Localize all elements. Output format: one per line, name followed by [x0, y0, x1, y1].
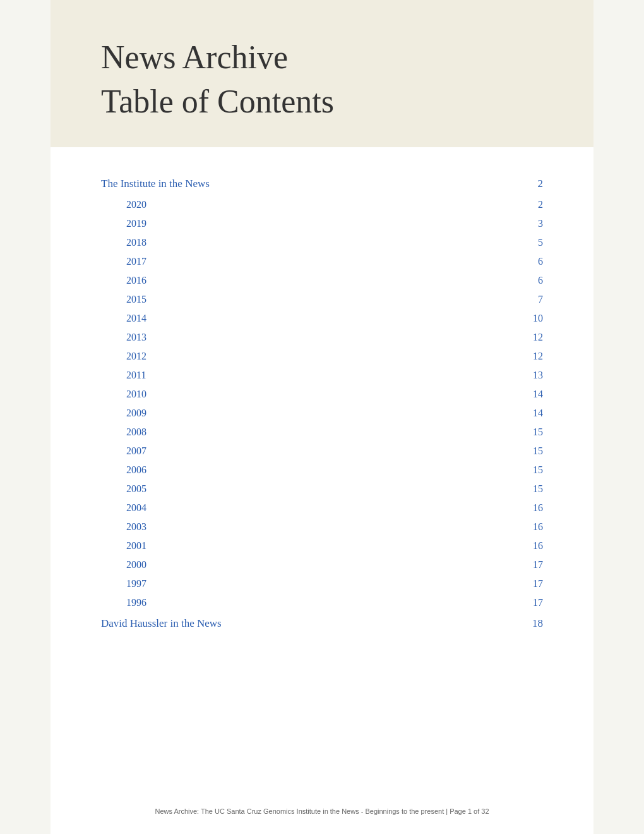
toc-dots [152, 245, 533, 246]
toc-link-2000[interactable]: 2000 [126, 559, 146, 571]
header-section: News Archive Table of Contents [51, 0, 593, 147]
toc-sub-item-1997[interactable]: 1997 17 [101, 574, 543, 593]
toc-page-2000: 17 [533, 559, 543, 571]
toc-sub-item-2005[interactable]: 2005 15 [101, 480, 543, 499]
toc-link-2020[interactable]: 2020 [126, 199, 146, 210]
toc-link-1997[interactable]: 1997 [126, 578, 146, 589]
footer-text: News Archive: The UC Santa Cruz Genomics… [51, 807, 593, 815]
toc-page-2014: 10 [533, 313, 543, 324]
toc-link-1996[interactable]: 1996 [126, 597, 146, 608]
toc-link-2011[interactable]: 2011 [126, 370, 146, 381]
page-container: News Archive Table of Contents The Insti… [51, 0, 593, 834]
toc-dots [152, 397, 528, 397]
toc-page-2015: 7 [538, 294, 543, 305]
toc-dots [152, 511, 528, 511]
toc-link-2016[interactable]: 2016 [126, 275, 146, 286]
toc-page-2013: 12 [533, 332, 543, 343]
toc-link-2019[interactable]: 2019 [126, 218, 146, 229]
toc-sub-item-2012[interactable]: 2012 12 [101, 347, 543, 366]
toc-dots [152, 321, 528, 322]
toc-dots [227, 626, 527, 627]
toc-sub-item-2006[interactable]: 2006 15 [101, 461, 543, 480]
toc-page-2004: 16 [533, 502, 543, 514]
toc-link-2007[interactable]: 2007 [126, 445, 146, 457]
toc-link-2012[interactable]: 2012 [126, 351, 146, 362]
toc-page-2016: 6 [538, 275, 543, 286]
toc-sub-item-2000[interactable]: 2000 17 [101, 555, 543, 574]
toc-page-institute-in-news: 2 [538, 178, 544, 190]
toc-link-2015[interactable]: 2015 [126, 294, 146, 305]
toc-page-2017: 6 [538, 256, 543, 267]
toc-sub-item-2008[interactable]: 2008 15 [101, 423, 543, 442]
title-news-archive: News Archive [101, 38, 543, 77]
toc-sub-item-2019[interactable]: 2019 3 [101, 214, 543, 233]
toc-link-2017[interactable]: 2017 [126, 256, 146, 267]
toc-sub-item-2013[interactable]: 2013 12 [101, 328, 543, 347]
toc-dots [152, 264, 533, 265]
toc-sub-item-2011[interactable]: 2011 13 [101, 366, 543, 385]
title-table-of-contents: Table of Contents [101, 82, 543, 121]
toc-dots [152, 586, 528, 587]
toc-dots [152, 359, 528, 360]
toc-page-2006: 15 [533, 464, 543, 476]
toc-link-2004[interactable]: 2004 [126, 502, 146, 514]
toc-page-2012: 12 [533, 351, 543, 362]
toc-dots [152, 416, 528, 416]
toc-link-2008[interactable]: 2008 [126, 426, 146, 438]
toc-dots [151, 378, 528, 378]
toc-page-2018: 5 [538, 237, 543, 248]
toc-link-2006[interactable]: 2006 [126, 464, 146, 476]
toc-dots [152, 605, 528, 606]
toc-sub-item-2016[interactable]: 2016 6 [101, 271, 543, 290]
toc-main-item-david-haussler[interactable]: David Haussler in the News 18 [101, 612, 543, 635]
toc-sub-item-2018[interactable]: 2018 5 [101, 233, 543, 252]
toc-page-2008: 15 [533, 426, 543, 438]
toc-link-2014[interactable]: 2014 [126, 313, 146, 324]
toc-page-1997: 17 [533, 578, 543, 589]
toc-dots [152, 473, 528, 473]
toc-page-1996: 17 [533, 597, 543, 608]
toc-sub-item-2004[interactable]: 2004 16 [101, 499, 543, 517]
toc-sub-item-2007[interactable]: 2007 15 [101, 442, 543, 461]
toc-link-2018[interactable]: 2018 [126, 237, 146, 248]
toc-page-2010: 14 [533, 389, 543, 400]
toc-page-2011: 13 [533, 370, 543, 381]
toc-link-david-haussler[interactable]: David Haussler in the News [101, 617, 222, 630]
toc-dots [152, 548, 528, 549]
toc-sub-item-2010[interactable]: 2010 14 [101, 385, 543, 404]
toc-dots [152, 302, 533, 303]
toc-container: The Institute in the News 2 2020 2 2019 … [101, 166, 543, 635]
toc-page-2019: 3 [538, 218, 543, 229]
toc-page-david-haussler: 18 [532, 617, 543, 630]
toc-dots [152, 340, 528, 341]
toc-sub-item-2020[interactable]: 2020 2 [101, 195, 543, 214]
toc-dots [152, 283, 533, 284]
toc-sub-item-2003[interactable]: 2003 16 [101, 517, 543, 536]
toc-sub-item-2015[interactable]: 2015 7 [101, 290, 543, 309]
toc-page-2009: 14 [533, 408, 543, 419]
toc-sub-item-2014[interactable]: 2014 10 [101, 309, 543, 328]
toc-sub-item-2017[interactable]: 2017 6 [101, 252, 543, 271]
toc-dots [152, 226, 533, 227]
toc-dots [152, 207, 533, 208]
toc-dots [152, 435, 528, 435]
toc-link-2010[interactable]: 2010 [126, 389, 146, 400]
toc-page-2003: 16 [533, 521, 543, 533]
toc-link-2009[interactable]: 2009 [126, 408, 146, 419]
toc-page-2001: 16 [533, 540, 543, 552]
toc-link-2013[interactable]: 2013 [126, 332, 146, 343]
toc-link-2005[interactable]: 2005 [126, 483, 146, 495]
toc-page-2005: 15 [533, 483, 543, 495]
toc-sub-item-1996[interactable]: 1996 17 [101, 593, 543, 612]
toc-page-2007: 15 [533, 445, 543, 457]
toc-sub-item-2001[interactable]: 2001 16 [101, 536, 543, 555]
toc-dots [152, 492, 528, 492]
toc-link-2001[interactable]: 2001 [126, 540, 146, 552]
toc-link-2003[interactable]: 2003 [126, 521, 146, 533]
toc-link-institute-in-news[interactable]: The Institute in the News [101, 178, 210, 190]
toc-sub-item-2009[interactable]: 2009 14 [101, 404, 543, 423]
toc-dots [215, 186, 533, 187]
toc-dots [152, 529, 528, 530]
toc-main-item-institute[interactable]: The Institute in the News 2 [101, 172, 543, 195]
toc-page-2020: 2 [538, 199, 543, 210]
